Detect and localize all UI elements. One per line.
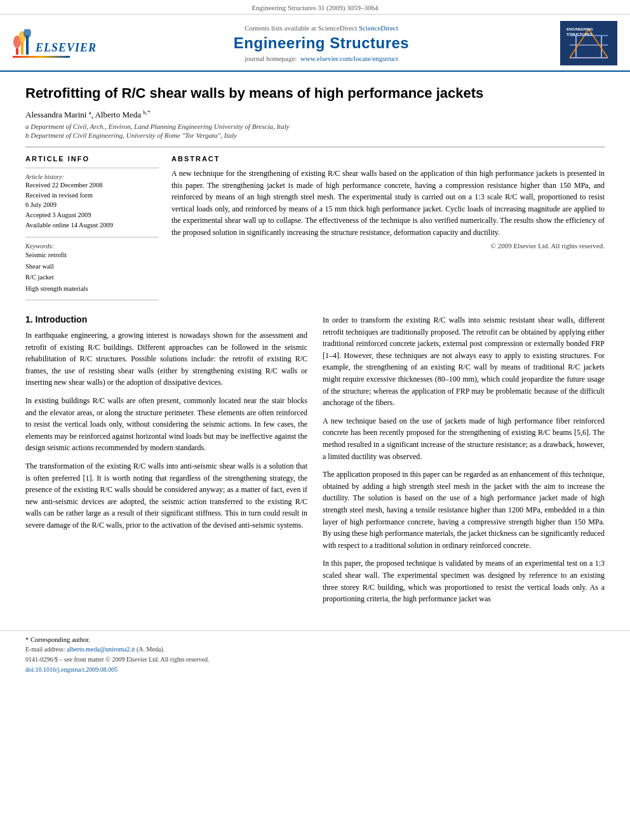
body-right-col: In order to transform the existing R/C w… [323, 314, 605, 611]
svg-text:ENGINEERING: ENGINEERING [566, 27, 593, 31]
info-bottom-divider [25, 300, 159, 300]
paper-title: Retrofitting of R/C shear walls by means… [25, 84, 605, 103]
keywords-list: Seismic retrofit Shear wall R/C jacket H… [25, 250, 159, 295]
email-link[interactable]: alberto.meda@uniroma2.it [67, 646, 135, 653]
abstract-copyright: © 2009 Elsevier Ltd. All rights reserved… [171, 242, 605, 250]
abstract-text: A new technique for the strengthening of… [171, 168, 605, 239]
footer-email-line: E-mail address: alberto.meda@uniroma2.it… [25, 644, 605, 655]
revised-label: Received in revised form [25, 190, 159, 201]
article-info-column: ARTICLE INFO Article history: Received 2… [25, 155, 159, 305]
revised-date: 6 July 2009 [25, 200, 159, 210]
abstract-section: ABSTRACT A new technique for the strengt… [171, 155, 605, 305]
elsevier-color-bar [13, 56, 70, 58]
info-top-divider [25, 168, 159, 168]
article-info-heading: ARTICLE INFO [25, 155, 159, 163]
svg-rect-1 [21, 42, 23, 55]
main-content: Retrofitting of R/C shear walls by means… [0, 72, 630, 624]
issn-text: 0141-0296/$ – see front matter © 2009 El… [25, 656, 209, 663]
beams-word: beams [553, 428, 572, 437]
sciencedirect-link[interactable]: ScienceDirect [359, 24, 398, 32]
accepted-date: Accepted 3 August 2009 [25, 210, 159, 220]
history-label: Article history: [25, 173, 159, 180]
body-content: 1. Introduction In earthquake engineerin… [25, 314, 605, 611]
affil-b-sup: b,* [143, 109, 150, 116]
authors-line: Alessandra Marini a, Alberto Meda b,* [25, 109, 605, 120]
journal-volume-info: Engineering Structures 31 (2009) 3059–30… [251, 4, 378, 11]
abstract-heading: ABSTRACT [171, 155, 605, 163]
body-col2-para4: In this paper, the proposed technique is… [323, 557, 605, 604]
body-left-col: 1. Introduction In earthquake engineerin… [25, 314, 307, 611]
svg-text:STRUCTURES: STRUCTURES [566, 32, 593, 36]
journal-title: Engineering Structures [83, 34, 560, 52]
svg-rect-0 [16, 48, 18, 55]
body-col2-para3: The application proposed in this paper c… [323, 469, 605, 551]
affiliation-b: b Department of Civil Engineering, Unive… [25, 131, 605, 139]
footer-issn-line: 0141-0296/$ – see front matter © 2009 El… [25, 655, 605, 665]
article-history: Article history: Received 22 December 20… [25, 173, 159, 230]
journal-homepage: journal homepage: www.elsevier.com/locat… [83, 55, 560, 62]
contents-prefix: Contents lists available at ScienceDirec… [245, 24, 357, 32]
author-alessandra: Alessandra Marini [25, 110, 86, 119]
body-col1-para1: In earthquake engineering, a growing int… [25, 330, 307, 389]
journal-logo-image: ENGINEERING STRUCTURES [560, 21, 617, 65]
received-date: Received 22 December 2008 [25, 180, 159, 190]
keyword-3: R/C jacket [25, 272, 159, 283]
homepage-url[interactable]: www.elsevier.com/locate/engstruct [300, 55, 398, 62]
journal-header: ELSEVIER Contents lists available at Sci… [0, 15, 630, 72]
elsevier-logo: ELSEVIER [13, 29, 83, 58]
section1-heading: 1. Introduction [25, 314, 307, 324]
header-divider [25, 147, 605, 147]
author-alberto: Alberto Meda [95, 110, 141, 119]
journal-cover-svg: ENGINEERING STRUCTURES [563, 23, 614, 64]
top-bar: Engineering Structures 31 (2009) 3059–30… [0, 0, 630, 15]
footer: * Corresponding author. E-mail address: … [0, 630, 630, 680]
journal-center: Contents lists available at ScienceDirec… [83, 24, 560, 62]
keywords-section: Keywords: Seismic retrofit Shear wall R/… [25, 243, 159, 295]
affiliation-a: a Department of Civil, Arch., Environ, L… [25, 123, 605, 130]
keyword-4: High strength materials [25, 283, 159, 295]
body-col1-para3: The transformation of the existing R/C w… [25, 460, 307, 531]
email-label: E-mail address: [25, 646, 65, 653]
keyword-2: Shear wall [25, 261, 159, 272]
contents-available-line: Contents lists available at ScienceDirec… [83, 24, 560, 32]
svg-rect-2 [26, 36, 29, 55]
page: Engineering Structures 31 (2009) 3059–30… [0, 0, 630, 840]
homepage-label: journal homepage: [245, 55, 297, 62]
corresponding-author-note: * Corresponding author. [25, 636, 90, 643]
info-abstract-section: ARTICLE INFO Article history: Received 2… [25, 155, 605, 305]
email-suffix: (A. Meda). [137, 646, 164, 653]
keywords-label: Keywords: [25, 243, 159, 250]
affil-a-sup: a [89, 109, 91, 116]
footer-doi-line: doi:10.1016/j.engstruct.2009.08.005 [25, 665, 605, 675]
doi-link[interactable]: doi:10.1016/j.engstruct.2009.08.005 [25, 666, 117, 673]
available-date: Available online 14 August 2009 [25, 220, 159, 230]
body-col2-para1: In order to transform the existing R/C w… [323, 314, 605, 409]
elsevier-tree-icon [13, 29, 33, 55]
keyword-1: Seismic retrofit [25, 250, 159, 261]
body-col2-para2: A new technique based on the use of jack… [323, 415, 605, 462]
footnote-star-note: * Corresponding author. [25, 636, 605, 643]
body-col1-para2: In existing buildings R/C walls are ofte… [25, 395, 307, 454]
info-mid-divider [25, 237, 159, 237]
